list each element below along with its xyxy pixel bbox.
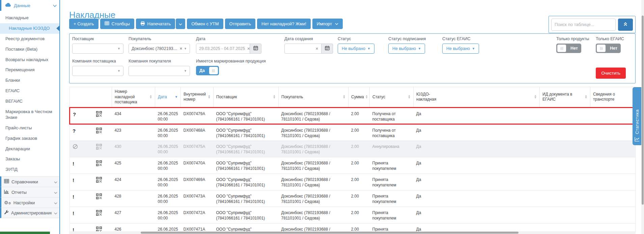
calendar-button[interactable] [321, 44, 333, 54]
header-buyer[interactable]: Покупатель▲▼ [279, 87, 348, 108]
cell-internal-number: DX007475A [181, 140, 214, 157]
qr-code-icon[interactable] [96, 160, 102, 167]
sidebar-section-data[interactable]: Данные [0, 0, 59, 11]
sidebar-item[interactable]: Накладные ЮЭЗДО [0, 23, 59, 34]
qr-code-icon[interactable] [96, 111, 102, 118]
table-row[interactable]: ?43426.06.2025 00:00DX007479AООО "Суприм… [70, 107, 636, 124]
buyer-select[interactable]: Доксинбокс (7802193688 / 78...×▼ [129, 44, 190, 54]
cell-qr[interactable] [93, 174, 112, 190]
columns-button[interactable]: Столбцы [100, 19, 134, 29]
sidebar-item[interactable]: Возвраты накладных [0, 55, 59, 65]
table-row[interactable]: !42426.06.2025 00:00DX007469AООО "Суприм… [70, 174, 636, 190]
horizontal-scrollbar[interactable] [69, 231, 636, 234]
header-supplier-number[interactable]: Номер накладной поставщика▲▼ [112, 87, 155, 108]
main-content: Накладные + Создать Столбцы Напечатать О… [60, 0, 644, 234]
table-row[interactable]: !42826.06.2025 00:00DX007473AООО "Суприм… [70, 190, 636, 207]
status-dropdown[interactable]: Не выбрано▼ [338, 44, 374, 54]
utm-exchange-button[interactable]: Обмен с УТМ [187, 19, 223, 29]
cell-qr[interactable] [93, 107, 112, 124]
cell-qr[interactable] [93, 190, 112, 207]
scrollbar-thumb[interactable] [642, 16, 644, 205]
print-button[interactable]: Напечатать [136, 19, 175, 29]
header-egais-doc-id[interactable]: ИД документа в ЕГАИС▲▼ [540, 87, 590, 108]
egais-status-dropdown[interactable]: Не выбрано▼ [442, 44, 479, 54]
cell-qr[interactable] [93, 207, 112, 223]
sidebar-item-spravochniki[interactable]: Справочники [0, 176, 59, 187]
qr-code-icon[interactable] [96, 128, 102, 135]
cell-qr[interactable] [93, 124, 112, 140]
header-uezdo[interactable]: ЮЗДО-накладная▲▼ [414, 87, 540, 108]
import-button[interactable]: Импорт [312, 19, 343, 29]
table-row[interactable]: !42526.06.2025 00:00DX007470AООО "Суприм… [70, 157, 636, 174]
table-row[interactable]: !42726.06.2025 00:00DX007472AООО "Суприм… [70, 207, 636, 223]
clear-filters-button[interactable]: Очистить [596, 68, 626, 79]
has-marked-toggle[interactable]: Да [196, 66, 219, 75]
print-dropdown-button[interactable] [176, 19, 185, 29]
statistics-tab-label: Статистика [635, 109, 640, 134]
exclamation-status-icon[interactable]: ! [70, 157, 93, 174]
sidebar-item[interactable]: Поставки (Beta) [0, 44, 59, 55]
table-row[interactable]: ?42326.06.2025 00:00DX007468AООО "Суприм… [70, 124, 636, 140]
table-row[interactable]: 43026.06.2025 00:00DX007475AООО "Супримф… [70, 140, 636, 157]
exclamation-status-icon[interactable]: ! [70, 190, 93, 207]
header-status[interactable]: Статус▲▼ [370, 87, 414, 108]
sidebar-item[interactable]: График заказов [0, 133, 59, 144]
sign-status-dropdown[interactable]: Не выбрано▼ [388, 44, 425, 54]
cancelled-status-icon[interactable] [70, 140, 93, 157]
create-button[interactable]: + Создать [69, 19, 99, 29]
search-input[interactable] [551, 19, 616, 31]
question-status-icon[interactable]: ? [70, 124, 93, 140]
date-created-input[interactable]: ✕ [284, 44, 321, 54]
sidebar-item[interactable]: ВЕГАИС [0, 96, 59, 107]
only-products-toggle[interactable]: Нет [556, 44, 581, 53]
qr-code-icon[interactable] [96, 177, 102, 184]
date-range-input[interactable]: 29.03.2025 - 04.07.2025✕ [196, 44, 250, 54]
sidebar-item-administrirovanie[interactable]: Администрирование [0, 208, 59, 218]
buyer-company-select[interactable]: ▼ [129, 66, 190, 76]
question-status-icon[interactable]: ? [70, 107, 93, 124]
qr-code-icon[interactable] [96, 144, 102, 151]
sidebar-item[interactable]: Накладные [0, 13, 59, 23]
qr-code-icon[interactable] [96, 193, 102, 201]
supplier-company-select[interactable]: ▼ [72, 66, 123, 76]
vertical-scrollbar[interactable] [641, 0, 644, 234]
search-panel [549, 16, 636, 33]
toggle-knob [597, 45, 606, 52]
sidebar-item[interactable]: Маркировка в Честном Знаке [0, 107, 59, 123]
header-date[interactable]: Дата▼ [155, 87, 181, 108]
sidebar-item[interactable]: ЭУПД [0, 164, 59, 175]
sidebar-item[interactable]: Заказы [0, 154, 59, 164]
cell-uezdo: Да [414, 157, 540, 174]
calendar-button[interactable] [250, 44, 261, 54]
qr-code-icon[interactable] [96, 210, 102, 217]
header-internal-number[interactable]: Внутренний номер▲▼ [181, 87, 214, 108]
exclamation-status-icon[interactable]: ! [70, 174, 93, 190]
sidebar-item-nastroyki[interactable]: ⚙⚙ Настройки [0, 197, 59, 208]
sidebar-item-otchety[interactable]: Отчеты [0, 187, 59, 197]
sidebar-item[interactable]: Декларации [0, 144, 59, 154]
supplier-select[interactable]: ▼ [72, 44, 123, 54]
scrollbar-thumb[interactable] [141, 232, 519, 234]
sidebar-item[interactable]: Реестр документов [0, 34, 59, 44]
sidebar-item[interactable]: Бланки [0, 75, 59, 86]
sidebar-item[interactable]: ЕГАИС [0, 86, 59, 96]
clear-icon[interactable]: × [180, 46, 182, 51]
send-button[interactable]: Отправить [225, 19, 255, 29]
statistics-tab[interactable]: Статистика [633, 87, 642, 145]
no-invoice-button[interactable]: Нет накладной? Жми! [257, 19, 311, 29]
header-supplier[interactable]: Поставщик▲▼ [214, 87, 279, 108]
only-egais-toggle[interactable]: Нет [596, 44, 621, 53]
date-created-filter-label: Дата создания [284, 36, 333, 41]
cell-qr[interactable] [93, 157, 112, 174]
sidebar-item-label: Декларации [5, 146, 30, 151]
header-sum[interactable]: Сумма▲▼ [348, 87, 370, 108]
exclamation-status-icon[interactable]: ! [70, 207, 93, 223]
sidebar-item[interactable]: Перемещения [0, 65, 59, 75]
cell-qr[interactable] [93, 140, 112, 157]
collapse-search-button[interactable] [618, 19, 633, 31]
cell-supplier-number: 423 [112, 124, 155, 140]
sidebar: Данные НакладныеНакладные ЮЭЗДОРеестр до… [0, 0, 60, 234]
clear-icon[interactable]: ✕ [315, 47, 318, 51]
sidebar-item[interactable]: Прайс-листы [0, 123, 59, 133]
cell-transport-info [590, 107, 636, 124]
